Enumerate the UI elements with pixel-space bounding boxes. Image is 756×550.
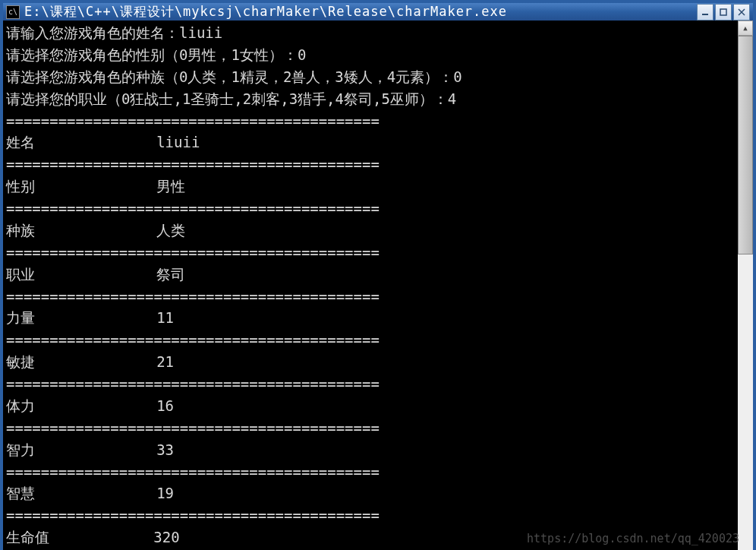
window-title: E:\课程\C++\课程设计\mykcsj\charMaker\Release\… xyxy=(24,3,692,21)
titlebar: c\ E:\课程\C++\课程设计\mykcsj\charMaker\Relea… xyxy=(3,3,753,21)
watermark-text: https://blog.csdn.net/qq_420023 xyxy=(527,532,739,545)
vertical-scrollbar[interactable]: ▲ ▼ xyxy=(738,21,753,550)
scroll-track[interactable] xyxy=(738,36,753,550)
console-window: c\ E:\课程\C++\课程设计\mykcsj\charMaker\Relea… xyxy=(0,0,756,550)
maximize-button[interactable] xyxy=(715,4,732,21)
minimize-button[interactable] xyxy=(697,4,713,21)
terminal-icon: c\ xyxy=(6,5,20,19)
console-area: 请输入您游戏角色的姓名：liuii 请选择您游戏角色的性别（0男性，1女性）：0… xyxy=(3,21,753,550)
scroll-thumb[interactable] xyxy=(738,36,753,254)
console-output: 请输入您游戏角色的姓名：liuii 请选择您游戏角色的性别（0男性，1女性）：0… xyxy=(3,21,738,550)
scroll-up-button[interactable]: ▲ xyxy=(738,21,753,36)
close-button[interactable] xyxy=(733,4,750,21)
window-controls xyxy=(697,4,750,21)
svg-rect-1 xyxy=(720,9,726,15)
